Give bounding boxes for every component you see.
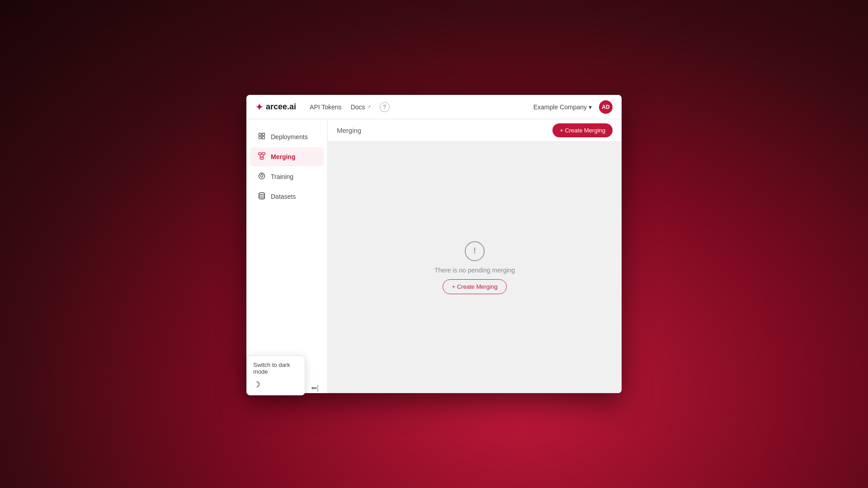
create-merging-button-center[interactable]: + Create Merging (443, 279, 507, 294)
moon-icon[interactable]: ☽ (253, 380, 298, 389)
sidebar-item-deployments[interactable]: Deployments (250, 127, 324, 146)
create-merging-button-top[interactable]: + Create Merging (552, 123, 613, 137)
external-link-icon: ↗ (367, 104, 371, 109)
training-icon (257, 172, 266, 182)
app-window: ✦ arcee.ai API Tokens Docs ↗ ? Example C… (246, 95, 622, 393)
main-header: Merging + Create Merging (328, 119, 622, 142)
api-tokens-link[interactable]: API Tokens (310, 103, 342, 111)
header: ✦ arcee.ai API Tokens Docs ↗ ? Example C… (246, 95, 622, 119)
header-right: Example Company ▾ AD (533, 100, 613, 114)
sidebar-item-merging[interactable]: Merging (250, 147, 324, 166)
logo-text: arcee.ai (266, 102, 296, 112)
deployments-label: Deployments (271, 133, 308, 141)
datasets-label: Datasets (271, 193, 296, 200)
nav-links: API Tokens Docs ↗ ? (310, 102, 533, 112)
datasets-icon (257, 192, 266, 202)
collapse-icon: ⬅| (311, 384, 319, 392)
svg-rect-6 (260, 157, 263, 160)
svg-rect-5 (262, 153, 265, 155)
sidebar-collapse-button[interactable]: ⬅| (311, 384, 319, 392)
svg-rect-1 (262, 133, 264, 136)
sidebar-item-training[interactable]: Training (250, 167, 324, 186)
merging-label: Merging (271, 153, 295, 160)
docs-label: Docs (351, 103, 365, 111)
company-name: Example Company (533, 103, 587, 111)
company-selector[interactable]: Example Company ▾ (533, 103, 592, 111)
empty-state-icon: ! (465, 241, 485, 261)
dark-mode-label: Switch to dark mode (253, 361, 298, 375)
logo: ✦ arcee.ai (255, 102, 296, 113)
avatar: AD (599, 100, 613, 114)
sidebar-item-datasets[interactable]: Datasets (250, 187, 324, 206)
svg-rect-3 (262, 136, 264, 139)
merging-icon (257, 152, 266, 162)
empty-state-message: There is no pending merging (434, 267, 515, 274)
logo-icon: ✦ (255, 102, 263, 113)
page-title: Merging (337, 127, 361, 134)
svg-point-11 (259, 192, 265, 195)
sidebar: Deployments Merging (246, 119, 328, 393)
empty-state: ! There is no pending merging + Create M… (434, 241, 515, 294)
main-content: ! There is no pending merging + Create M… (328, 142, 622, 393)
main-content-area: Merging + Create Merging ! There is no p… (328, 119, 622, 393)
docs-link[interactable]: Docs ↗ (351, 103, 371, 111)
dark-mode-popup: Switch to dark mode ☽ (246, 356, 305, 395)
training-label: Training (271, 173, 293, 180)
svg-rect-4 (259, 153, 261, 155)
deployments-icon (257, 132, 266, 142)
svg-rect-0 (259, 133, 261, 136)
help-icon[interactable]: ? (380, 102, 390, 112)
body: Deployments Merging (246, 119, 622, 393)
svg-rect-2 (259, 136, 261, 139)
chevron-down-icon: ▾ (589, 103, 592, 111)
